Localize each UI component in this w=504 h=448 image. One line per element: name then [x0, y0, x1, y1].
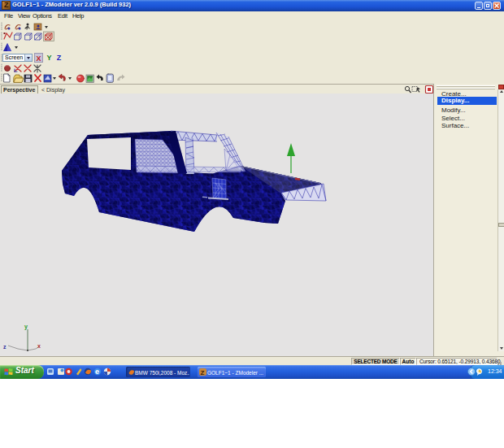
svg-text:z: z	[3, 344, 7, 350]
svg-text:y: y	[24, 324, 28, 330]
svg-text:x: x	[37, 343, 41, 349]
svg-text:e: e	[95, 368, 99, 376]
svg-text:Z: Z	[201, 369, 205, 376]
